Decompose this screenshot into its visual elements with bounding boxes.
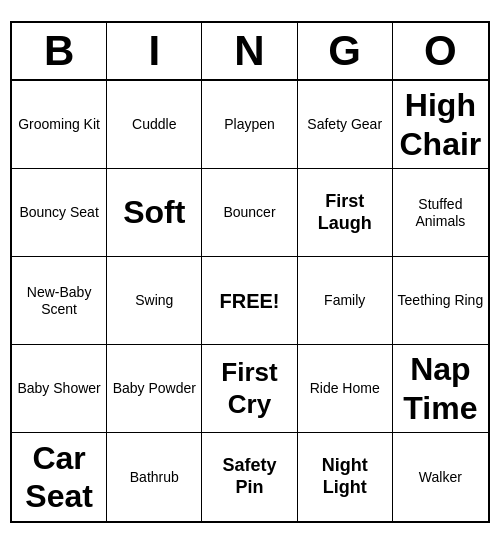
bingo-card: BINGO Grooming KitCuddlePlaypenSafety Ge… [10, 21, 490, 523]
bingo-cell-18: Ride Home [298, 345, 393, 433]
bingo-grid: Grooming KitCuddlePlaypenSafety GearHigh… [12, 81, 488, 521]
bingo-cell-11: Swing [107, 257, 202, 345]
bingo-cell-7: Bouncer [202, 169, 297, 257]
bingo-cell-1: Cuddle [107, 81, 202, 169]
bingo-cell-21: Bathrub [107, 433, 202, 521]
bingo-cell-22: Safety Pin [202, 433, 297, 521]
bingo-cell-5: Bouncy Seat [12, 169, 107, 257]
bingo-cell-12: FREE! [202, 257, 297, 345]
bingo-cell-19: Nap Time [393, 345, 488, 433]
bingo-cell-16: Baby Powder [107, 345, 202, 433]
bingo-cell-14: Teething Ring [393, 257, 488, 345]
bingo-cell-10: New-Baby Scent [12, 257, 107, 345]
bingo-cell-13: Family [298, 257, 393, 345]
bingo-cell-3: Safety Gear [298, 81, 393, 169]
bingo-cell-6: Soft [107, 169, 202, 257]
bingo-cell-15: Baby Shower [12, 345, 107, 433]
bingo-cell-0: Grooming Kit [12, 81, 107, 169]
bingo-cell-2: Playpen [202, 81, 297, 169]
bingo-cell-24: Walker [393, 433, 488, 521]
header-letter-i: I [107, 23, 202, 79]
bingo-cell-17: First Cry [202, 345, 297, 433]
bingo-header: BINGO [12, 23, 488, 81]
bingo-cell-20: Car Seat [12, 433, 107, 521]
bingo-cell-9: Stuffed Animals [393, 169, 488, 257]
header-letter-b: B [12, 23, 107, 79]
header-letter-n: N [202, 23, 297, 79]
bingo-cell-8: First Laugh [298, 169, 393, 257]
bingo-cell-23: Night Light [298, 433, 393, 521]
header-letter-g: G [298, 23, 393, 79]
bingo-cell-4: High Chair [393, 81, 488, 169]
header-letter-o: O [393, 23, 488, 79]
